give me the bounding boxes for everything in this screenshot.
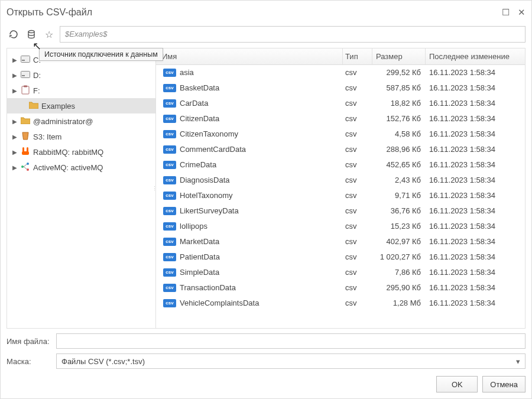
file-type: csv (343, 99, 372, 108)
file-size: 452,65 Кб (372, 160, 426, 169)
file-list: Имя Тип Размер Последнее изменение csvas… (156, 48, 525, 328)
file-name: HotelTaxonomy (180, 191, 233, 200)
file-row[interactable]: csvTransactionDatacsv295,90 Кб16.11.2023… (156, 280, 525, 296)
close-icon[interactable]: ✕ (518, 7, 525, 18)
datasource-button[interactable] (24, 27, 38, 41)
filename-input[interactable] (56, 333, 525, 349)
refresh-icon (9, 30, 18, 39)
file-modified: 16.11.2023 1:58:34 (426, 83, 525, 92)
file-name: PatientData (180, 252, 220, 261)
tree-item[interactable]: Examples (7, 98, 155, 113)
file-size: 4,58 Кб (372, 129, 426, 138)
file-modified: 16.11.2023 1:58:34 (426, 129, 525, 138)
file-size: 18,82 Кб (372, 99, 426, 108)
tree-item[interactable]: ▶@administrator@ (7, 113, 155, 129)
file-size: 295,90 Кб (372, 283, 426, 292)
file-type: csv (343, 68, 372, 77)
ok-button[interactable]: OK (436, 376, 478, 392)
file-row[interactable]: csvCommentCardDatacsv288,96 Кб16.11.2023… (156, 142, 525, 157)
tree-item[interactable]: ▶F: (7, 83, 155, 98)
tree-item[interactable]: ▶ActiveMQ: activeMQ (7, 160, 155, 175)
mask-select[interactable]: Файлы CSV (*.csv;*.tsv) ▾ (56, 353, 525, 369)
tree-item[interactable]: ▶S3: Item (7, 129, 155, 144)
csv-icon: csv (163, 268, 176, 277)
file-type: csv (343, 191, 372, 200)
bottom-panel: Имя файла: Маска: Файлы CSV (*.csv;*.tsv… (7, 333, 525, 392)
file-modified: 16.11.2023 1:58:34 (426, 99, 525, 108)
expand-icon[interactable]: ▶ (12, 87, 18, 94)
expand-icon[interactable]: ▶ (12, 118, 18, 125)
expand-icon[interactable]: ▶ (12, 57, 18, 63)
file-row[interactable]: csvDiagnosisDatacsv2,43 Кб16.11.2023 1:5… (156, 173, 525, 188)
tree-item[interactable]: ▶D: (7, 67, 155, 83)
csv-icon: csv (163, 222, 176, 231)
file-row[interactable]: csvLikertSurveyDatacsv36,76 Кб16.11.2023… (156, 203, 525, 219)
favorite-button[interactable]: ☆ (42, 27, 56, 41)
file-row[interactable]: csvasiacsv299,52 Кб16.11.2023 1:58:34 (156, 65, 525, 80)
datasource-tooltip: Источник подключения к данным (39, 48, 163, 61)
col-header-modified[interactable]: Последнее изменение (426, 48, 525, 64)
file-modified: 16.11.2023 1:58:34 (426, 176, 525, 184)
file-row[interactable]: csvCitizenTaxonomycsv4,58 Кб16.11.2023 1… (156, 126, 525, 142)
chevron-down-icon: ▾ (516, 357, 520, 366)
file-type: csv (343, 206, 372, 215)
expand-icon[interactable]: ▶ (12, 72, 18, 79)
file-modified: 16.11.2023 1:58:34 (426, 191, 525, 200)
file-modified: 16.11.2023 1:58:34 (426, 206, 525, 215)
svg-rect-9 (27, 147, 28, 152)
folder-icon (28, 101, 39, 111)
file-modified: 16.11.2023 1:58:34 (426, 283, 525, 292)
file-size: 2,43 Кб (372, 176, 426, 184)
file-name: TransactionData (180, 283, 236, 292)
expand-icon[interactable]: ▶ (12, 149, 18, 155)
file-modified: 16.11.2023 1:58:34 (426, 268, 525, 277)
col-header-type[interactable]: Тип (343, 48, 372, 64)
tree-item[interactable]: ▶RabbitMQ: rabbitMQ (7, 144, 155, 160)
file-modified: 16.11.2023 1:58:34 (426, 114, 525, 123)
file-type: csv (343, 176, 372, 184)
file-list-body[interactable]: csvasiacsv299,52 Кб16.11.2023 1:58:34csv… (156, 65, 525, 328)
file-size: 7,86 Кб (372, 268, 426, 277)
cancel-button[interactable]: Отмена (482, 376, 525, 392)
file-name: CitizenTaxonomy (180, 129, 238, 138)
filename-label: Имя файла: (7, 337, 51, 346)
file-row[interactable]: csvCrimeDatacsv452,65 Кб16.11.2023 1:58:… (156, 157, 525, 173)
file-row[interactable]: csvVehicleComplaintsDatacsv1,28 Мб16.11.… (156, 296, 525, 311)
file-row[interactable]: csvHotelTaxonomycsv9,71 Кб16.11.2023 1:5… (156, 188, 525, 203)
file-name: CitizenData (180, 114, 219, 123)
file-name: SimpleData (180, 268, 219, 277)
refresh-button[interactable] (7, 27, 21, 41)
col-header-size[interactable]: Размер (372, 48, 426, 64)
expand-icon[interactable]: ▶ (12, 134, 18, 140)
csv-icon: csv (163, 69, 176, 77)
file-name: CarData (180, 99, 208, 108)
file-name: MarketData (180, 237, 219, 246)
file-row[interactable]: csvMarketDatacsv402,97 Кб16.11.2023 1:58… (156, 234, 525, 249)
csv-icon: csv (163, 161, 176, 169)
file-row[interactable]: csvBasketDatacsv587,85 Кб16.11.2023 1:58… (156, 80, 525, 96)
file-size: 1,28 Мб (372, 299, 426, 307)
expand-icon[interactable]: ▶ (12, 164, 18, 171)
star-icon: ☆ (45, 29, 53, 40)
bucket-icon (20, 131, 31, 142)
dialog-body: ▶C:▶D:▶F:Examples▶@administrator@▶S3: It… (7, 48, 525, 329)
file-row[interactable]: csvPatientDatacsv1 020,27 Кб16.11.2023 1… (156, 249, 525, 265)
clipboard-icon (20, 85, 31, 96)
file-name: lollipops (180, 222, 207, 231)
csv-icon: csv (163, 176, 176, 184)
file-name: CommentCardData (180, 145, 246, 154)
drive-icon (20, 70, 31, 80)
csv-icon: csv (163, 130, 176, 138)
drive-icon (20, 55, 31, 64)
file-row[interactable]: csvlollipopscsv15,23 Кб16.11.2023 1:58:3… (156, 219, 525, 234)
file-row[interactable]: csvSimpleDatacsv7,86 Кб16.11.2023 1:58:3… (156, 265, 525, 280)
path-input[interactable]: $Examples$ (60, 26, 525, 43)
file-row[interactable]: csvCarDatacsv18,82 Кб16.11.2023 1:58:34 (156, 96, 525, 111)
file-size: 9,71 Кб (372, 191, 426, 200)
file-row[interactable]: csvCitizenDatacsv152,76 Кб16.11.2023 1:5… (156, 111, 525, 126)
maximize-icon[interactable]: ☐ (502, 7, 510, 18)
col-header-name[interactable]: Имя (156, 48, 343, 64)
folder-tree[interactable]: ▶C:▶D:▶F:Examples▶@administrator@▶S3: It… (7, 48, 156, 328)
csv-icon: csv (163, 115, 176, 123)
file-size: 36,76 Кб (372, 206, 426, 215)
